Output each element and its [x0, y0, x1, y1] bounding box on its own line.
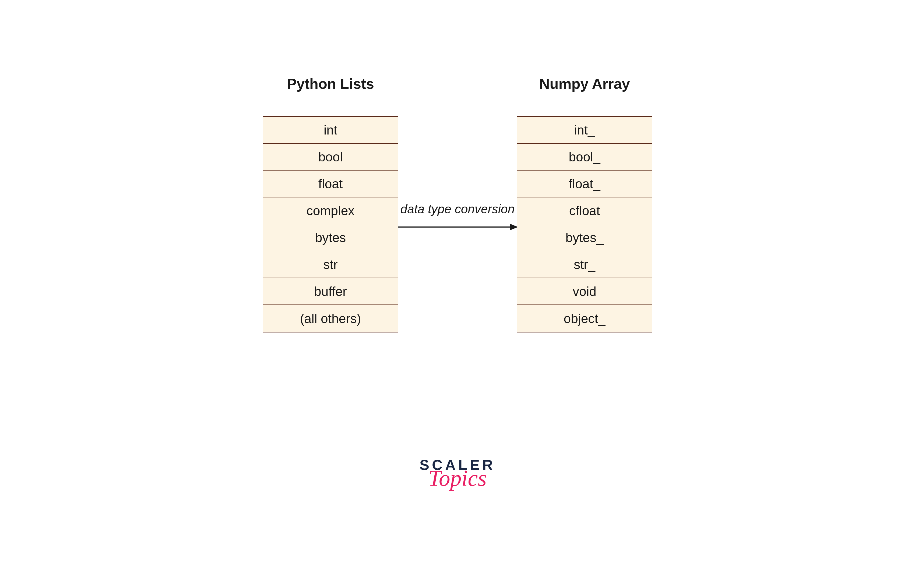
list-item: float [263, 171, 398, 197]
conversion-arrow-section: data type conversion [397, 202, 518, 233]
left-column: Python Lists int bool float complex byte… [263, 75, 398, 333]
list-item: bytes [263, 225, 398, 251]
list-item: cfloat [517, 197, 652, 225]
arrow-label: data type conversion [401, 202, 515, 216]
list-item: object_ [517, 305, 652, 332]
list-item: str_ [517, 251, 652, 278]
python-types-list: int bool float complex bytes str buffer … [263, 116, 398, 333]
list-item: bool_ [517, 144, 652, 171]
svg-marker-1 [510, 224, 518, 230]
list-item: float_ [517, 171, 652, 197]
list-item: bytes_ [517, 225, 652, 251]
scaler-topics-logo: SCALER Topics [420, 457, 495, 491]
list-item: buffer [263, 278, 398, 305]
list-item: int_ [517, 117, 652, 144]
right-column: Numpy Array int_ bool_ float_ cfloat byt… [517, 75, 652, 333]
left-column-title: Python Lists [287, 75, 374, 92]
list-item: bool [263, 144, 398, 171]
numpy-types-list: int_ bool_ float_ cfloat bytes_ str_ voi… [517, 116, 652, 333]
right-column-title: Numpy Array [539, 75, 630, 92]
list-item: void [517, 278, 652, 305]
logo-line2: Topics [428, 465, 487, 491]
list-item: str [263, 251, 398, 278]
arrow-icon [397, 221, 518, 233]
list-item: complex [263, 197, 398, 225]
list-item: int [263, 117, 398, 144]
list-item: (all others) [263, 305, 398, 332]
